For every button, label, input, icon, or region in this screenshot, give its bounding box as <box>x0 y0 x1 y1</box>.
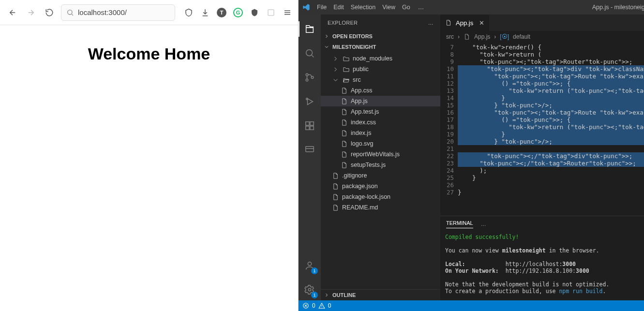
heart-shield-icon[interactable] <box>250 8 259 17</box>
svg-point-11 <box>306 79 308 81</box>
grammarly-icon[interactable]: G <box>233 8 243 17</box>
activity-bar: 1 1 <box>299 15 321 300</box>
svg-rect-16 <box>310 122 314 125</box>
file-tree: node_modules public src App.css App.js A… <box>321 52 440 216</box>
svg-line-9 <box>312 55 314 57</box>
file-icon <box>341 98 348 105</box>
browser-toolbar: T G <box>0 0 298 25</box>
svg-point-21 <box>308 262 311 266</box>
ext-icon-t[interactable]: T <box>217 8 226 17</box>
folder-icon <box>343 66 350 73</box>
file-row[interactable]: index.css <box>321 117 440 128</box>
file-icon <box>341 87 348 94</box>
file-label: .gitignore <box>342 172 367 179</box>
panel-more-icon[interactable]: … <box>481 221 486 227</box>
file-label: reportWebVitals.js <box>351 151 400 158</box>
activity-settings[interactable]: 1 <box>299 279 321 300</box>
url-bar[interactable] <box>61 4 175 21</box>
file-label: package.json <box>342 183 378 190</box>
code-editor[interactable]: 789101112131415161718192021222324252627 … <box>440 43 644 216</box>
menu-file[interactable]: File <box>317 4 327 11</box>
svg-point-14 <box>306 98 308 100</box>
back-button[interactable] <box>6 6 19 19</box>
warning-icon <box>318 302 325 309</box>
folder-src[interactable]: src <box>321 74 440 85</box>
status-problems[interactable]: 0 0 <box>302 302 331 309</box>
editor-group: App.js ✕ src› App.js› [⦿] default 789101… <box>440 15 644 300</box>
browser-window: T G Welcome Home <box>0 0 299 311</box>
file-row-active[interactable]: App.js <box>321 96 440 106</box>
error-icon <box>302 302 309 309</box>
activity-explorer[interactable] <box>299 18 321 40</box>
reload-button[interactable] <box>43 6 56 19</box>
file-icon <box>341 130 348 137</box>
svg-point-12 <box>311 76 314 79</box>
outline-label: OUTLINE <box>332 292 356 298</box>
file-row[interactable]: package-lock.json <box>321 192 440 202</box>
sidebar-more-icon[interactable]: … <box>428 20 434 26</box>
menu-overflow-icon[interactable]: … <box>418 4 424 11</box>
forward-button[interactable] <box>24 6 38 19</box>
breadcrumb-src: src <box>446 33 454 40</box>
activity-debug[interactable] <box>299 91 321 112</box>
window-title: App.js - milestoneight - Visu... <box>431 4 644 11</box>
file-icon <box>332 204 339 211</box>
folder-public[interactable]: public <box>321 64 440 74</box>
file-label: logo.svg <box>351 140 374 147</box>
file-label: index.js <box>351 130 371 136</box>
activity-search[interactable] <box>299 43 321 64</box>
breadcrumb-symbol: default <box>513 33 530 40</box>
svg-rect-18 <box>310 126 314 130</box>
section-project[interactable]: MILESTONEIGHT <box>321 42 440 52</box>
file-icon <box>341 108 348 116</box>
menu-selection[interactable]: Selection <box>351 4 375 11</box>
section-outline[interactable]: OUTLINE <box>321 289 440 300</box>
file-label: App.css <box>351 87 372 94</box>
terminal-output[interactable]: Compiled successfully! You can now view … <box>440 232 644 300</box>
editor-tabs: App.js ✕ <box>440 15 644 31</box>
file-row[interactable]: package.json <box>321 181 440 192</box>
menu-edit[interactable]: Edit <box>333 4 344 11</box>
vscode-logo-icon <box>302 3 310 11</box>
breadcrumb[interactable]: src› App.js› [⦿] default <box>440 31 644 43</box>
menu-view[interactable]: View <box>382 4 395 11</box>
tab-label: App.js <box>456 19 473 27</box>
tab-app-js[interactable]: App.js ✕ <box>440 15 490 31</box>
project-name: MILESTONEIGHT <box>332 44 376 50</box>
hamburger-menu-icon[interactable] <box>283 8 292 17</box>
file-row[interactable]: README.md <box>321 202 440 213</box>
chevron-right-icon <box>332 55 339 62</box>
file-icon <box>332 172 339 179</box>
activity-extensions[interactable] <box>299 115 321 136</box>
open-editors-label: OPEN EDITORS <box>332 33 373 39</box>
svg-point-22 <box>308 288 311 291</box>
file-row[interactable]: App.css <box>321 85 440 96</box>
file-row[interactable]: setupTests.js <box>321 160 440 170</box>
download-icon[interactable] <box>200 8 210 17</box>
file-label: App.test.js <box>351 108 379 115</box>
folder-node-modules[interactable]: node_modules <box>321 53 440 64</box>
file-row[interactable]: reportWebVitals.js <box>321 149 440 160</box>
file-row[interactable]: logo.svg <box>321 138 440 149</box>
activity-remote[interactable] <box>299 139 321 161</box>
section-open-editors[interactable]: OPEN EDITORS <box>321 31 440 42</box>
file-row[interactable]: .gitignore <box>321 170 440 181</box>
settings-badge: 1 <box>311 292 318 298</box>
shield-icon[interactable] <box>184 8 194 17</box>
menu-go[interactable]: Go <box>402 4 410 11</box>
panel-tab-terminal[interactable]: TERMINAL <box>446 220 473 228</box>
titlebar: File Edit Selection View Go … App.js - m… <box>299 0 644 15</box>
file-label: package-lock.json <box>342 193 390 200</box>
url-input[interactable] <box>78 8 170 16</box>
terminal-panel: TERMINAL … 1: node ＋ Compiled successful… <box>440 216 644 300</box>
browser-viewport: Welcome Home <box>0 25 298 311</box>
file-row[interactable]: index.js <box>321 128 440 138</box>
activity-scm[interactable] <box>299 67 321 88</box>
puzzle-icon[interactable] <box>266 8 276 17</box>
file-row[interactable]: App.test.js <box>321 106 440 117</box>
status-bar: 0 0 Ln 28, Col 20 (603 selected) Spaces:… <box>299 300 644 311</box>
tab-close-icon[interactable]: ✕ <box>479 19 484 27</box>
code-content: "tok-kw">render() { "tok-kw">return ( "t… <box>458 43 644 216</box>
folder-open-icon <box>343 76 350 84</box>
activity-accounts[interactable]: 1 <box>299 255 321 276</box>
